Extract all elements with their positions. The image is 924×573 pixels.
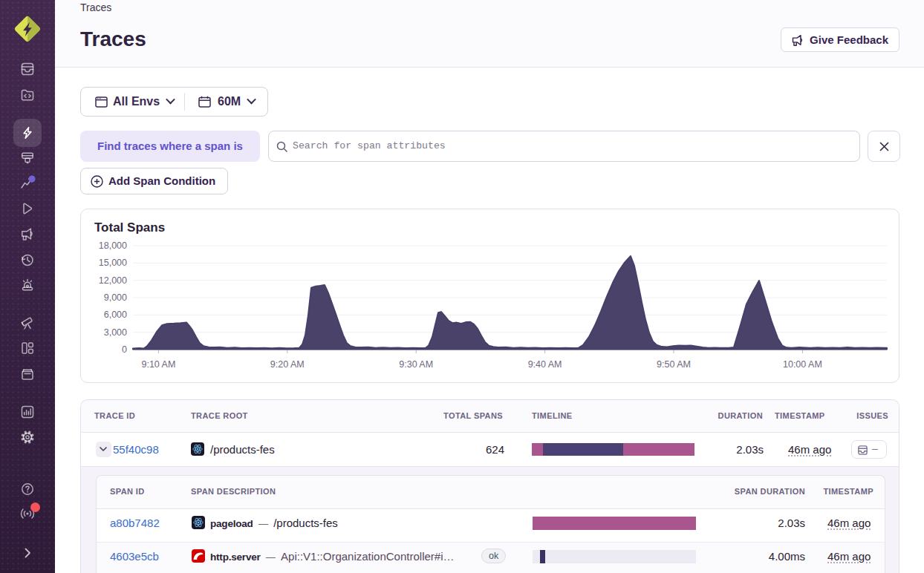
svg-text:3,000: 3,000 <box>104 327 127 338</box>
svg-text:12,000: 12,000 <box>99 275 127 286</box>
svg-text:18,000: 18,000 <box>99 240 127 251</box>
svg-text:9:30 AM: 9:30 AM <box>399 359 433 370</box>
svg-text:6,000: 6,000 <box>104 310 127 320</box>
svg-text:9:40 AM: 9:40 AM <box>528 359 562 370</box>
svg-text:10:00 AM: 10:00 AM <box>783 359 822 370</box>
svg-text:9,000: 9,000 <box>104 292 127 303</box>
svg-text:0: 0 <box>122 344 127 355</box>
svg-text:9:50 AM: 9:50 AM <box>657 359 691 370</box>
svg-text:9:20 AM: 9:20 AM <box>270 359 305 370</box>
svg-text:15,000: 15,000 <box>99 258 127 268</box>
svg-text:9:10 AM: 9:10 AM <box>141 359 175 370</box>
